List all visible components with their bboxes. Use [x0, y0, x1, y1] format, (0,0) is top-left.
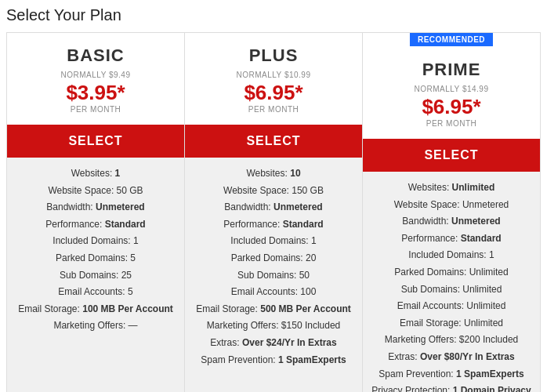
feature-row: Privacy Protection: 1 Domain Privacy	[371, 383, 532, 392]
feature-row: Parked Domains: 20	[193, 250, 354, 267]
select-button-plus[interactable]: SELECT	[185, 125, 362, 158]
feature-row: Marketing Offers: $150 Included	[193, 318, 354, 335]
per-month-plus: PER MONTH	[191, 105, 356, 114]
feature-row: Performance: Standard	[193, 216, 354, 234]
feature-row: Email Accounts: 5	[15, 284, 176, 301]
sale-price-prime: $6.95*	[369, 95, 534, 119]
feature-row: Email Accounts: 100	[193, 284, 354, 301]
per-month-basic: PER MONTH	[13, 105, 178, 114]
feature-row: Sub Domains: 25	[15, 267, 176, 285]
select-button-basic[interactable]: SELECT	[7, 125, 184, 158]
recommended-badge: RECOMMENDED	[410, 33, 493, 46]
feature-row: Included Domains: 1	[15, 233, 176, 250]
feature-row: Included Domains: 1	[371, 247, 532, 264]
feature-row: Website Space: 150 GB	[193, 183, 354, 200]
plan-basic: BASICNORMALLY $9.49$3.95*PER MONTHSELECT…	[6, 32, 185, 392]
feature-row: Bandwidth: Unmetered	[371, 213, 532, 230]
feature-row: Bandwidth: Unmetered	[193, 199, 354, 216]
feature-row: Email Storage: 500 MB Per Account	[193, 301, 354, 318]
plan-features-prime: Websites: UnlimitedWebsite Space: Unmete…	[363, 172, 540, 392]
feature-row: Spam Prevention: 1 SpamExperts	[371, 366, 532, 383]
plan-name-plus: PLUS	[191, 45, 356, 66]
normal-price-basic: NORMALLY $9.49	[13, 71, 178, 79]
feature-row: Bandwidth: Unmetered	[15, 199, 176, 216]
sale-price-basic: $3.95*	[13, 81, 178, 105]
feature-row: Spam Prevention: 1 SpamExperts	[193, 352, 354, 369]
feature-row: Extras: Over $24/Yr In Extras	[193, 335, 354, 352]
plan-name-basic: BASIC	[13, 45, 178, 66]
feature-row: Parked Domains: 5	[15, 250, 176, 267]
sale-price-plus: $6.95*	[191, 81, 356, 105]
feature-row: Performance: Standard	[15, 216, 176, 234]
feature-row: Included Domains: 1	[193, 233, 354, 250]
feature-row: Marketing Offers: —	[15, 318, 176, 335]
per-month-prime: PER MONTH	[369, 119, 534, 128]
plan-features-basic: Websites: 1Website Space: 50 GBBandwidth…	[7, 158, 184, 392]
plan-header-prime: RECOMMENDEDPRIMENORMALLY $14.99$6.95*PER…	[363, 33, 540, 139]
normal-price-plus: NORMALLY $10.99	[191, 71, 356, 79]
select-button-prime[interactable]: SELECT	[363, 139, 540, 172]
page-title: Select Your Plan	[6, 6, 541, 24]
feature-row: Parked Domains: Unlimited	[371, 264, 532, 281]
plans-container: BASICNORMALLY $9.49$3.95*PER MONTHSELECT…	[6, 32, 541, 392]
plan-prime: RECOMMENDEDPRIMENORMALLY $14.99$6.95*PER…	[363, 32, 541, 392]
normal-price-prime: NORMALLY $14.99	[369, 85, 534, 93]
feature-row: Website Space: Unmetered	[371, 197, 532, 214]
feature-row: Email Storage: Unlimited	[371, 315, 532, 332]
feature-row: Email Storage: 100 MB Per Account	[15, 301, 176, 318]
plan-features-plus: Websites: 10Website Space: 150 GBBandwid…	[185, 158, 362, 392]
feature-row: Email Accounts: Unlimited	[371, 298, 532, 315]
feature-row: Sub Domains: 50	[193, 267, 354, 285]
plan-header-plus: PLUSNORMALLY $10.99$6.95*PER MONTH	[185, 33, 362, 125]
plan-name-prime: PRIME	[369, 60, 534, 80]
feature-row: Websites: 1	[15, 165, 176, 183]
feature-row: Websites: Unlimited	[371, 180, 532, 197]
feature-row: Sub Domains: Unlimited	[371, 281, 532, 299]
feature-row: Extras: Over $80/Yr In Extras	[371, 349, 532, 366]
plan-header-basic: BASICNORMALLY $9.49$3.95*PER MONTH	[7, 33, 184, 125]
feature-row: Performance: Standard	[371, 230, 532, 248]
feature-row: Websites: 10	[193, 165, 354, 183]
feature-row: Marketing Offers: $200 Included	[371, 332, 532, 349]
plan-plus: PLUSNORMALLY $10.99$6.95*PER MONTHSELECT…	[185, 32, 363, 392]
feature-row: Website Space: 50 GB	[15, 183, 176, 200]
